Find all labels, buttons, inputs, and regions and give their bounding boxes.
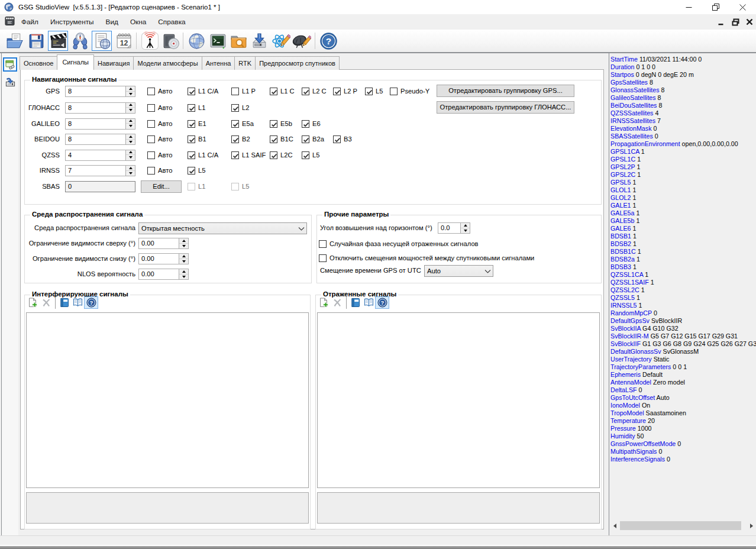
param-checkbox[interactable] <box>319 240 327 248</box>
spin-up-icon[interactable] <box>179 238 188 244</box>
property-row[interactable]: RandomMpCP 0 <box>610 309 756 317</box>
auto-checkbox[interactable] <box>147 120 155 128</box>
signal-checkbox[interactable] <box>188 104 195 112</box>
property-row[interactable]: Pressure 1000 <box>610 425 756 432</box>
spin-down-icon[interactable] <box>126 155 135 160</box>
signal-checkbox[interactable] <box>270 88 277 95</box>
satellite-count-spinner[interactable] <box>125 103 135 113</box>
property-row[interactable]: MultipathSignals 0 <box>610 448 756 456</box>
auto-checkbox[interactable] <box>147 135 155 143</box>
satellite-count-field[interactable]: 4 <box>65 150 135 161</box>
signal-checkbox[interactable] <box>302 135 309 143</box>
property-row[interactable]: GpsSatellites 8 <box>610 79 756 86</box>
toolbar-scenario-document-button[interactable] <box>92 31 112 51</box>
signal-checkbox[interactable] <box>188 135 195 143</box>
spin-down-icon[interactable] <box>126 171 135 176</box>
property-row[interactable]: GpsToUtcOffset Auto <box>610 394 756 402</box>
property-row[interactable]: Duration 0 1 0 0 <box>610 63 756 71</box>
spin-up-icon[interactable] <box>461 223 470 228</box>
signal-checkbox[interactable] <box>390 88 398 95</box>
property-row[interactable]: Humidity 50 <box>610 432 756 440</box>
elevation-spinner[interactable] <box>460 223 470 233</box>
signal-checkbox[interactable] <box>231 104 239 112</box>
environment-combobox[interactable]: Открытая местность <box>138 222 307 234</box>
property-row[interactable]: QZSSL1SAIF 1 <box>610 279 756 286</box>
spin-up-icon[interactable] <box>126 150 135 156</box>
property-row[interactable]: AntennaModel Zero model <box>610 379 756 386</box>
spin-up-icon[interactable] <box>179 269 188 274</box>
property-row[interactable]: GALE5a 1 <box>610 209 756 217</box>
property-row[interactable]: ElevationMask 0 <box>610 125 756 133</box>
scroll-left-arrow[interactable] <box>610 521 620 531</box>
utc-offset-combobox[interactable]: Auto <box>424 265 493 277</box>
auto-checkbox[interactable] <box>147 151 155 159</box>
signal-checkbox[interactable] <box>270 151 277 159</box>
spin-down-icon[interactable] <box>126 124 135 129</box>
property-row[interactable]: SvBlockIIF G1 G3 G6 G8 G9 G24 G25 G26 G2… <box>610 340 756 348</box>
satellite-count-field[interactable]: 0 <box>65 181 135 192</box>
property-row[interactable]: QZSSL5 1 <box>610 294 756 302</box>
editor-tab[interactable]: Модели атмосферы <box>133 56 202 70</box>
spin-up-icon[interactable] <box>179 254 188 259</box>
signal-checkbox[interactable] <box>333 135 341 143</box>
property-row[interactable]: InterferenceSignals 0 <box>610 456 756 463</box>
satellite-count-field[interactable]: 7 <box>65 165 135 176</box>
signal-checkbox[interactable] <box>188 183 195 190</box>
spin-up-icon[interactable] <box>126 166 135 171</box>
property-row[interactable]: TropoModel Saastamoinen <box>610 409 756 417</box>
property-row[interactable]: SvBlockIIR-M G5 G7 G12 G15 G17 G29 G31 <box>610 332 756 340</box>
signal-checkbox[interactable] <box>270 120 277 128</box>
property-row[interactable]: QZSSSatellites 4 <box>610 109 756 117</box>
property-row[interactable]: Temperature 20 <box>610 417 756 425</box>
signal-checkbox[interactable] <box>231 183 239 190</box>
spin-up-icon[interactable] <box>126 134 135 140</box>
property-row[interactable]: UserTrajectory Static <box>610 356 756 363</box>
property-row[interactable]: IonoModel On <box>610 402 756 409</box>
property-row[interactable]: DefaultGlonassSv SvGlonassM <box>610 348 756 356</box>
property-row[interactable]: BDSB2 1 <box>610 240 756 248</box>
toolbar-download-device-button[interactable] <box>249 31 269 51</box>
editor-tab[interactable]: Антенна <box>202 56 235 70</box>
satellite-count-spinner[interactable] <box>125 134 135 144</box>
multipath-help-button[interactable]: ? <box>375 296 389 309</box>
signal-checkbox[interactable] <box>231 120 239 128</box>
auto-checkbox[interactable] <box>147 104 155 112</box>
multipath-add-button[interactable] <box>319 298 329 308</box>
environment-spin-field[interactable]: 0.00 <box>138 269 189 280</box>
editor-tab[interactable]: Основное <box>20 56 57 70</box>
signal-checkbox[interactable] <box>231 151 239 159</box>
property-row[interactable]: SBASSatellites 0 <box>610 133 756 140</box>
signal-checkbox[interactable] <box>333 88 341 95</box>
auto-checkbox[interactable] <box>147 167 155 175</box>
property-row[interactable]: IRNSSSatellites 7 <box>610 117 756 125</box>
dock-linked-window-button[interactable] <box>3 57 17 72</box>
property-row[interactable]: StartTime 11/03/2021 11:44:00 0 <box>610 56 756 63</box>
environment-spinner[interactable] <box>179 269 188 279</box>
interference-open-book-button[interactable] <box>73 298 83 308</box>
property-row[interactable]: BDSB3 1 <box>610 263 756 271</box>
sbas-edit-button[interactable]: Edit... <box>141 180 182 193</box>
property-row[interactable]: GlonassSatellites 8 <box>610 86 756 94</box>
property-row[interactable]: BeiDouSatellites 8 <box>610 102 756 109</box>
multipath-open-book-button[interactable] <box>364 298 374 308</box>
property-row[interactable]: QZSSL1CA 1 <box>610 271 756 279</box>
property-row[interactable]: PropagationEnvironment open,0.00,0.00,0.… <box>610 140 756 148</box>
property-row[interactable]: GLOL1 1 <box>610 186 756 194</box>
auto-checkbox[interactable] <box>147 88 155 95</box>
satellite-count-spinner[interactable] <box>125 86 135 96</box>
toolbar-save-button[interactable] <box>26 31 46 51</box>
signal-checkbox[interactable] <box>231 88 239 95</box>
menu-item[interactable]: Справка <box>152 14 191 30</box>
multipath-delete-button[interactable] <box>332 298 343 308</box>
spin-up-icon[interactable] <box>126 103 135 108</box>
window-minimize-button[interactable] <box>679 0 699 14</box>
spin-down-icon[interactable] <box>126 140 135 145</box>
mdi-minimize-button[interactable] <box>715 14 728 30</box>
environment-spinner[interactable] <box>179 254 188 264</box>
mdi-close-button[interactable] <box>743 14 756 30</box>
scenario-clapperboard-icon[interactable] <box>5 16 15 26</box>
satellite-count-field[interactable]: 8 <box>65 118 135 130</box>
signal-checkbox[interactable] <box>365 88 373 95</box>
spin-down-icon[interactable] <box>179 259 188 264</box>
satellite-count-field[interactable]: 8 <box>65 134 135 145</box>
